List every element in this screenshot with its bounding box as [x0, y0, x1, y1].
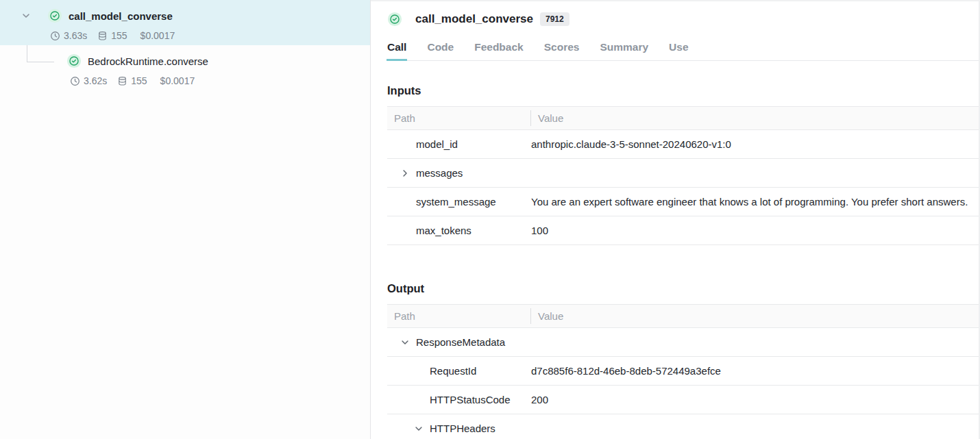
- column-header-value: Value: [531, 112, 980, 124]
- page-title: call_model_converse: [415, 12, 533, 26]
- table-row: system_messageYou are an expert software…: [387, 188, 980, 216]
- clock-icon: [70, 76, 80, 86]
- inputs-table: Path Value model_idanthropic.claude-3-5-…: [387, 106, 980, 245]
- table-row[interactable]: messages: [387, 159, 980, 188]
- table-row: HTTPStatusCode200: [387, 386, 980, 414]
- tokens-stat: 155: [117, 75, 147, 86]
- chevron-spacer: [413, 394, 424, 405]
- path-label: messages: [416, 167, 463, 179]
- value-cell: anthropic.claude-3-5-sonnet-20240620-v1:…: [531, 138, 980, 150]
- tree-node-stats: 3.63s 155 $0.0017: [0, 30, 370, 41]
- chevron-right-icon[interactable]: [400, 168, 411, 179]
- success-check-circle-icon: [387, 12, 402, 27]
- table-header: Path Value: [387, 107, 980, 130]
- tree-node-label: BedrockRuntime.converse: [88, 55, 208, 67]
- path-label: HTTPStatusCode: [430, 394, 511, 405]
- chevron-spacer: [400, 139, 411, 150]
- section-heading-inputs: Inputs: [387, 84, 980, 97]
- tree-node-label: call_model_converse: [69, 10, 173, 22]
- value-cell: d7c885f6-812d-46eb-8deb-572449a3efce: [531, 365, 980, 377]
- database-icon: [117, 76, 127, 86]
- output-table: Path Value ResponseMetadataRequestIdd7c8…: [387, 304, 980, 439]
- chevron-spacer: [413, 366, 424, 377]
- table-row: RequestIdd7c885f6-812d-46eb-8deb-572449a…: [387, 357, 980, 386]
- path-label: RequestId: [430, 365, 476, 377]
- column-divider: [530, 110, 531, 126]
- column-header-path: Path: [387, 112, 531, 124]
- trace-tree-sidebar: call_model_converse 3.63s 155 $0.0017: [0, 0, 371, 439]
- tree-node-call-model-converse[interactable]: call_model_converse 3.63s 155 $0.0017: [0, 0, 370, 45]
- path-label: model_id: [416, 138, 458, 150]
- column-header-value: Value: [531, 310, 980, 322]
- chevron-down-icon[interactable]: [413, 423, 424, 434]
- duration-stat: 3.62s: [70, 75, 107, 86]
- table-header: Path Value: [387, 305, 980, 328]
- tab-use[interactable]: Use: [669, 40, 688, 60]
- tab-summary[interactable]: Summary: [600, 40, 648, 60]
- value-cell: You are an expert software engineer that…: [531, 196, 980, 208]
- table-row: model_idanthropic.claude-3-5-sonnet-2024…: [387, 130, 980, 159]
- cost-stat: $0.0017: [140, 30, 175, 41]
- success-check-circle-icon: [66, 53, 82, 68]
- tabs: CallCodeFeedbackScoresSummaryUse: [387, 40, 980, 61]
- cost-stat: $0.0017: [160, 75, 195, 86]
- tab-scores[interactable]: Scores: [544, 40, 580, 60]
- tokens-stat: 155: [97, 30, 127, 41]
- table-row[interactable]: ResponseMetadata: [387, 328, 980, 357]
- path-label: max_tokens: [416, 225, 471, 236]
- chevron-down-icon[interactable]: [400, 337, 411, 348]
- path-label: system_message: [416, 196, 496, 208]
- success-check-circle-icon: [47, 8, 62, 23]
- path-label: ResponseMetadata: [416, 336, 505, 348]
- tree-node-stats: 3.62s 155 $0.0017: [0, 75, 370, 86]
- value-cell: 100: [531, 225, 980, 236]
- call-detail-panel: call_model_converse 7912 CallCodeFeedbac…: [371, 0, 980, 439]
- column-header-path: Path: [387, 310, 531, 322]
- chevron-spacer: [400, 197, 411, 208]
- tab-call[interactable]: Call: [387, 40, 406, 60]
- tree-connector-vertical: [27, 45, 27, 62]
- duration-stat: 3.63s: [50, 30, 87, 41]
- section-heading-output: Output: [387, 282, 980, 295]
- tree-node-bedrockruntime-converse[interactable]: BedrockRuntime.converse 3.62s 155 $0.001…: [0, 45, 370, 90]
- call-header: call_model_converse 7912: [387, 1, 980, 27]
- tab-code[interactable]: Code: [427, 40, 454, 60]
- path-label: HTTPHeaders: [430, 423, 495, 434]
- clock-icon: [50, 31, 60, 41]
- inputs-section: Inputs Path Value model_idanthropic.clau…: [387, 84, 980, 245]
- tree-connector-horizontal: [27, 62, 54, 62]
- table-row: max_tokens100: [387, 216, 980, 245]
- tab-feedback[interactable]: Feedback: [474, 40, 524, 60]
- database-icon: [97, 31, 108, 41]
- output-section: Output Path Value ResponseMetadataReques…: [387, 282, 980, 439]
- table-row[interactable]: HTTPHeaders: [387, 414, 980, 439]
- column-divider: [530, 308, 531, 324]
- value-cell: 200: [531, 394, 980, 405]
- call-id-badge: 7912: [540, 12, 569, 26]
- chevron-spacer: [400, 225, 411, 236]
- chevron-down-icon[interactable]: [21, 10, 32, 21]
